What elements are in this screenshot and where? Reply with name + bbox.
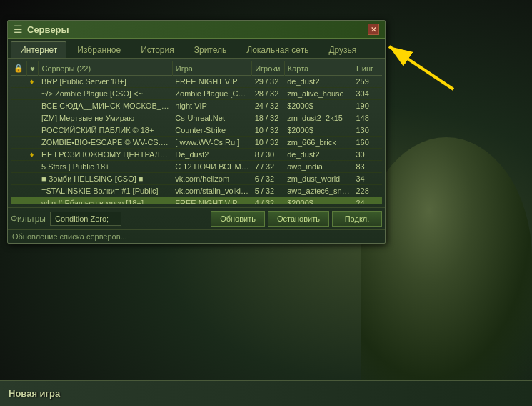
- cell-players: 10 / 32: [252, 137, 285, 149]
- title-bar: ☰ Серверы ✕: [8, 21, 385, 39]
- cell-fav: [27, 185, 39, 197]
- server-scroll-area[interactable]: 🔒 ♥ Серверы (22) Игра Игроки Карта Пинг …: [11, 61, 382, 204]
- table-row[interactable]: [ZM] Мертвые не Умирают Cs-Unreal.Net 18…: [11, 112, 382, 124]
- table-row[interactable]: wLn.# Ебашься в мясо [18+] FREE NIGHT VI…: [11, 197, 382, 205]
- cell-fav: [27, 173, 39, 185]
- cell-lock: [11, 197, 27, 205]
- cell-name: wLn.# Ебашься в мясо [18+]: [39, 197, 172, 205]
- svg-line-1: [389, 46, 453, 89]
- server-list-container: 🔒 ♥ Серверы (22) Игра Игроки Карта Пинг …: [8, 59, 385, 207]
- cell-players: 10 / 32: [252, 124, 285, 137]
- cell-map: de_dust2: [284, 76, 353, 88]
- cell-players: 6 / 32: [252, 173, 285, 185]
- cell-name: ZOMBIE•BIO•ESCAPE © WV-CS.RU: [39, 137, 172, 149]
- table-header: 🔒 ♥ Серверы (22) Игра Игроки Карта Пинг: [11, 61, 382, 76]
- cell-map: zm_666_brick: [284, 137, 353, 149]
- cell-name: BRP [Public Server 18+]: [39, 76, 172, 88]
- status-text: Обновление списка серверов...: [12, 232, 127, 241]
- col-header-game[interactable]: Игра: [172, 61, 251, 76]
- cell-map: de_dust2: [284, 149, 353, 161]
- col-header-players[interactable]: Игроки: [252, 61, 285, 76]
- filter-label: Фильтры: [11, 214, 46, 224]
- cell-game: С 12 НОЧИ ВСЕМ VIP: [172, 161, 251, 173]
- connect-button[interactable]: Подкл.: [332, 211, 382, 227]
- cell-players: 7 / 32: [252, 161, 285, 173]
- cell-ping: 304: [353, 88, 382, 100]
- tab-lan[interactable]: Локальная сеть: [237, 41, 318, 58]
- cell-players: 28 / 32: [252, 88, 285, 100]
- game-filter-input[interactable]: [50, 212, 121, 226]
- server-browser-dialog: ☰ Серверы ✕ Интернет Избранное История З…: [7, 20, 386, 244]
- cell-players: 5 / 32: [252, 185, 285, 197]
- cell-fav: [27, 161, 39, 173]
- table-row[interactable]: 5 Stars | Public 18+ С 12 НОЧИ ВСЕМ VIP …: [11, 161, 382, 173]
- table-row[interactable]: ~/> Zombie Plague [CSO] <~ Zombie Plague…: [11, 88, 382, 100]
- table-row[interactable]: ZOMBIE•BIO•ESCAPE © WV-CS.RU [ www.WV-Cs…: [11, 137, 382, 149]
- cell-ping: 30: [353, 149, 382, 161]
- col-header-ping[interactable]: Пинг: [353, 61, 382, 76]
- cell-map: $2000$: [284, 100, 353, 112]
- cell-name: РОССИЙСКИЙ ПАБЛИК © 18+: [39, 124, 172, 137]
- cell-ping: 148: [353, 112, 382, 124]
- cell-game: [ www.WV-Cs.Ru ]: [172, 137, 251, 149]
- cell-game: FREE NIGHT VIP: [172, 76, 251, 88]
- cell-ping: 160: [353, 137, 382, 149]
- bottom-bar: Новая игра: [0, 380, 532, 406]
- new-game-label: Новая игра: [9, 388, 60, 399]
- refresh-button[interactable]: Обновить: [211, 211, 265, 227]
- cell-name: ■ Зомби HELLSING [CSO] ■: [39, 173, 172, 185]
- cell-game: FREE NIGHT VIP: [172, 197, 251, 205]
- stop-button[interactable]: Остановить: [268, 211, 329, 227]
- table-row[interactable]: ВСЕ СЮДА__МИНСК-МОСКОВ_24/7 night VIP 24…: [11, 100, 382, 112]
- cell-ping: 34: [353, 173, 382, 185]
- close-button[interactable]: ✕: [368, 24, 379, 35]
- character-silhouette: [361, 137, 532, 380]
- tab-bar: Интернет Избранное История Зритель Локал…: [8, 39, 385, 59]
- cell-lock: [11, 137, 27, 149]
- cell-map: awp_india: [284, 161, 353, 173]
- cell-lock: [11, 100, 27, 112]
- cell-map: $2000$: [284, 124, 353, 137]
- cell-game: vk.com/stalin_volki_s...: [172, 185, 251, 197]
- table-row[interactable]: ♦ НЕ ГРОЗИ ЮЖНОМУ ЦЕНТРАЛУ 24/7 De_dust2…: [11, 149, 382, 161]
- col-header-map[interactable]: Карта: [284, 61, 353, 76]
- dialog-title: Серверы: [27, 24, 69, 35]
- cell-name: ВСЕ СЮДА__МИНСК-МОСКОВ_24/7: [39, 100, 172, 112]
- cell-fav: [27, 112, 39, 124]
- tab-spectator[interactable]: Зритель: [185, 41, 236, 58]
- cell-map: zm_dust_world: [284, 173, 353, 185]
- cell-lock: [11, 88, 27, 100]
- col-header-lock: 🔒: [11, 61, 27, 76]
- tab-internet[interactable]: Интернет: [11, 41, 66, 58]
- cell-ping: 228: [353, 185, 382, 197]
- cell-lock: [11, 76, 27, 88]
- cs-icon: ☰: [14, 24, 23, 35]
- tab-history[interactable]: История: [131, 41, 184, 58]
- cell-fav: [27, 100, 39, 112]
- cell-ping: 83: [353, 161, 382, 173]
- col-header-servers[interactable]: Серверы (22): [39, 61, 172, 76]
- cell-fav: [27, 88, 39, 100]
- cell-map: zm_dust2_2k15: [284, 112, 353, 124]
- tab-friends[interactable]: Друзья: [319, 41, 366, 58]
- table-row[interactable]: =STALINSKIE Волки= #1 [Public] vk.com/st…: [11, 185, 382, 197]
- cell-name: ~/> Zombie Plague [CSO] <~: [39, 88, 172, 100]
- bottom-controls: Фильтры Обновить Остановить Подкл.: [8, 207, 385, 229]
- tab-favorites[interactable]: Избранное: [68, 41, 130, 58]
- table-row[interactable]: ■ Зомби HELLSING [CSO] ■ vk.com/hellzom …: [11, 173, 382, 185]
- table-row[interactable]: ♦ BRP [Public Server 18+] FREE NIGHT VIP…: [11, 76, 382, 88]
- cell-name: [ZM] Мертвые не Умирают: [39, 112, 172, 124]
- cell-fav: ♦: [27, 149, 39, 161]
- cell-ping: 130: [353, 124, 382, 137]
- title-bar-left: ☰ Серверы: [14, 24, 69, 35]
- cell-map: awp_aztec6_snow: [284, 185, 353, 197]
- cell-game: Counter-Strike: [172, 124, 251, 137]
- cell-lock: [11, 161, 27, 173]
- cell-lock: [11, 124, 27, 137]
- cell-fav: [27, 197, 39, 205]
- cell-game: De_dust2: [172, 149, 251, 161]
- cell-game: vk.com/hellzom: [172, 173, 251, 185]
- cell-name: НЕ ГРОЗИ ЮЖНОМУ ЦЕНТРАЛУ 24/7: [39, 149, 172, 161]
- server-list-body: ♦ BRP [Public Server 18+] FREE NIGHT VIP…: [11, 76, 382, 205]
- table-row[interactable]: РОССИЙСКИЙ ПАБЛИК © 18+ Counter-Strike 1…: [11, 124, 382, 137]
